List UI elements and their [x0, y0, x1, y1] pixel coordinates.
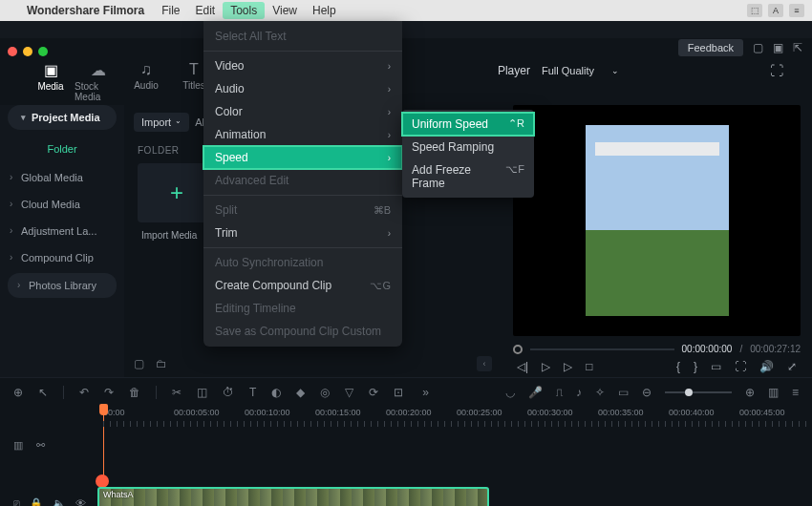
mask-icon[interactable]: ◎ [320, 386, 330, 399]
link-icon[interactable]: ⚯ [36, 439, 45, 452]
sidebar-item-photos-library[interactable]: Photos Library [8, 273, 117, 298]
tab-media[interactable]: ▣Media [27, 57, 75, 92]
zoom-out-icon[interactable]: ⊖ [642, 386, 652, 399]
tools-menu: Select All Text Video› Audio› Color› Ani… [203, 21, 402, 347]
render-icon[interactable]: ⟳ [369, 386, 378, 399]
window-traffic-lights[interactable] [8, 47, 48, 56]
mark-in-icon[interactable]: { [676, 360, 680, 373]
marker-icon[interactable]: ▽ [345, 386, 353, 399]
menu-trim[interactable]: Trim› [203, 221, 402, 244]
menu-view[interactable]: View [265, 2, 305, 19]
menu-create-compound[interactable]: Create Compound Clip⌥G [203, 274, 402, 297]
crop-icon[interactable]: ◫ [197, 386, 207, 399]
mark-out-icon[interactable]: } [694, 360, 697, 373]
timeline-clip[interactable]: WhatsA ▶ [97, 487, 489, 506]
playhead-marker-icon[interactable] [513, 345, 523, 354]
zoom-slider[interactable] [665, 391, 732, 393]
player-label: Player [498, 64, 530, 77]
project-media-header[interactable]: Project Media [8, 105, 117, 130]
menu-audio[interactable]: Audio› [203, 77, 402, 100]
fit-icon[interactable]: ▥ [768, 386, 779, 399]
mute-icon[interactable]: 🔈 [53, 497, 66, 507]
split-icon[interactable]: ✂ [172, 386, 182, 399]
render-preview-icon[interactable]: ▭ [618, 386, 629, 399]
snapshot-small-icon[interactable]: ⛶ [735, 360, 746, 373]
submenu-speed-ramping[interactable]: Speed Ramping [402, 136, 534, 158]
volume-icon[interactable]: 🔊 [759, 360, 774, 373]
snap-icon[interactable]: ⊡ [394, 386, 403, 399]
pointer-tool-icon[interactable]: ⊕ [13, 386, 23, 399]
more-tools-icon[interactable]: » [422, 386, 429, 399]
beat-icon[interactable]: ✧ [595, 386, 605, 399]
stop-icon[interactable]: □ [586, 360, 592, 373]
import-button[interactable]: Import⌄ [134, 113, 189, 132]
menu-video[interactable]: Video› [203, 54, 402, 77]
crop-tool-icon[interactable]: ▭ [711, 360, 721, 373]
menubar-extra-icon[interactable]: ⬚ [747, 4, 762, 17]
progress-track[interactable] [530, 348, 674, 350]
settings-icon[interactable]: ≡ [792, 386, 799, 399]
next-frame-icon[interactable]: ▷ [564, 360, 572, 373]
zoom-in-icon[interactable]: ⊕ [745, 386, 755, 399]
keyframe-icon[interactable]: ◆ [296, 386, 305, 399]
track-settings-icon[interactable]: ⎚ [13, 497, 20, 507]
time-ruler[interactable]: 00:00 00:00:05:00 00:00:10:00 00:00:15:0… [0, 406, 812, 431]
menu-help[interactable]: Help [305, 2, 344, 19]
sidebar-item-compound-clip[interactable]: Compound Clip [0, 244, 124, 271]
menu-edit[interactable]: Edit [187, 2, 223, 19]
folder-label[interactable]: Folder [0, 137, 124, 164]
prev-frame-icon[interactable]: ◁| [517, 360, 528, 373]
bin-icon[interactable]: ▢ [134, 357, 144, 370]
audio-sync-icon[interactable]: ♪ [576, 386, 582, 399]
mixer-icon[interactable]: ⎍ [556, 386, 563, 399]
menu-speed[interactable]: Speed› [203, 146, 402, 169]
menubar-a-badge[interactable]: A [768, 4, 783, 17]
redo-icon[interactable]: ↷ [104, 386, 114, 399]
save-icon[interactable]: ▣ [773, 41, 783, 54]
quality-select[interactable]: Full Quality⌄ [542, 65, 619, 76]
display-icon[interactable]: ▢ [753, 41, 763, 54]
zoom-window-icon[interactable] [38, 47, 48, 56]
menu-save-compound-custom: Save as Compound Clip Custom [203, 320, 402, 343]
preview-viewport[interactable] [513, 105, 801, 336]
sidebar-item-cloud-media[interactable]: Cloud Media [0, 191, 124, 218]
minimize-window-icon[interactable] [23, 47, 32, 56]
app-window: Feedback ▢ ▣ ⇱ ▣Media ☁Stock Media ♫Audi… [0, 21, 812, 506]
folder-icon[interactable]: 🗀 [156, 357, 167, 370]
audio-icon: ♫ [140, 61, 152, 78]
collapse-icon[interactable]: ‹ [477, 356, 492, 371]
sidebar-item-adjustment-layer[interactable]: Adjustment La... [0, 218, 124, 244]
snapshot-icon[interactable]: ⛶ [770, 63, 783, 78]
mic-icon[interactable]: 🎤 [528, 386, 543, 399]
feedback-button[interactable]: Feedback [678, 39, 743, 56]
close-window-icon[interactable] [8, 47, 17, 56]
export-icon[interactable]: ⇱ [793, 41, 802, 54]
chevron-right-icon: › [388, 61, 391, 72]
tab-stock-media[interactable]: ☁Stock Media [75, 57, 122, 102]
app-name: Wondershare Filmora [27, 4, 144, 17]
fullscreen-icon[interactable]: ⤢ [787, 360, 797, 373]
undo-icon[interactable]: ↶ [79, 386, 89, 399]
select-tool-icon[interactable]: ↖ [38, 386, 48, 399]
menubar-control-icon[interactable]: ≡ [789, 4, 804, 17]
menu-animation[interactable]: Animation› [203, 123, 402, 146]
speed-icon[interactable]: ⏱ [223, 386, 234, 399]
color-icon[interactable]: ◐ [271, 386, 281, 399]
submenu-uniform-speed[interactable]: Uniform Speed⌃R [402, 113, 534, 136]
submenu-add-freeze-frame[interactable]: Add Freeze Frame⌥F [402, 158, 534, 195]
lock-icon[interactable]: 🔒 [30, 497, 43, 507]
marker-add-icon[interactable]: ◡ [505, 386, 515, 399]
menu-file[interactable]: File [154, 2, 187, 19]
sidebar-item-global-media[interactable]: Global Media [0, 164, 124, 191]
visible-icon[interactable]: 👁 [75, 497, 86, 507]
menu-tools[interactable]: Tools [223, 2, 265, 19]
menu-auto-sync: Auto Synchronization [203, 251, 402, 274]
text-icon[interactable]: T [249, 386, 256, 399]
delete-icon[interactable]: 🗑 [129, 386, 140, 399]
tab-audio[interactable]: ♫Audio [122, 57, 170, 91]
menu-color[interactable]: Color› [203, 100, 402, 123]
track-manage-icon[interactable]: ▥ [13, 439, 23, 452]
track-handle[interactable] [96, 474, 109, 488]
play-icon[interactable]: ▷ [542, 360, 550, 373]
menu-advanced-edit: Advanced Edit [203, 169, 402, 192]
